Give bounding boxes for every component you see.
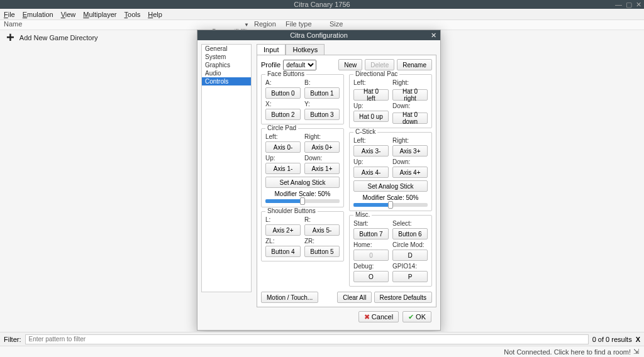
filter-input[interactable] xyxy=(25,334,589,344)
map-l[interactable]: Axis 2+ xyxy=(265,224,301,236)
map-circle-up[interactable]: Axis 1- xyxy=(265,163,301,174)
col-filetype[interactable]: File type xyxy=(280,20,325,30)
network-icon: ⇲ xyxy=(633,348,639,356)
cstick-scale-label: Modifier Scale: 50% xyxy=(353,194,428,201)
profile-label: Profile xyxy=(261,61,280,69)
map-dpad-left[interactable]: Hat 0 left xyxy=(353,89,389,101)
window-controls[interactable]: — ▢ ✕ xyxy=(615,1,641,9)
menu-file[interactable]: File xyxy=(4,11,15,18)
close-icon[interactable]: ✕ xyxy=(636,1,641,9)
menu-tools[interactable]: Tools xyxy=(125,11,141,18)
menu-emulation[interactable]: Emulation xyxy=(23,11,53,18)
add-dir-label: Add New Game Directory xyxy=(19,34,98,41)
ok-icon: ✔ xyxy=(408,313,414,321)
circle-scale-slider[interactable] xyxy=(265,199,340,203)
cat-system[interactable]: System xyxy=(202,53,251,61)
map-circle-mod[interactable]: D xyxy=(392,250,428,261)
group-shoulder: Shoulder Buttons L:Axis 2+ R:Axis 5- ZL:… xyxy=(261,211,344,261)
ok-button[interactable]: ✔OK xyxy=(402,311,431,322)
filter-results: 0 of 0 results xyxy=(592,336,632,343)
cat-controls[interactable]: Controls xyxy=(202,77,251,85)
maximize-icon[interactable]: ▢ xyxy=(626,1,632,9)
map-zl[interactable]: Button 4 xyxy=(265,246,301,257)
col-compat[interactable]: ▼ Compatibility xyxy=(211,20,249,30)
tab-input[interactable]: Input xyxy=(257,44,286,55)
map-dpad-right[interactable]: Hat 0 right xyxy=(392,89,428,101)
group-misc: Misc. Start:Button 7 Select:Button 6 Hom… xyxy=(349,215,432,287)
cancel-button[interactable]: ✖Cancel xyxy=(358,311,399,322)
map-zr[interactable]: Button 5 xyxy=(304,246,340,257)
minimize-icon[interactable]: — xyxy=(615,1,622,9)
map-a[interactable]: Button 0 xyxy=(265,87,301,99)
dialog-close-icon[interactable]: ✕ xyxy=(431,31,436,40)
group-cstick: C-Stick Left:Axis 3- Right:Axis 3+ Up:Ax… xyxy=(349,132,432,211)
delete-button: Delete xyxy=(365,59,394,70)
map-y[interactable]: Button 3 xyxy=(304,109,340,120)
column-header: Name ▼ Compatibility Region File type Si… xyxy=(0,20,644,30)
profile-select[interactable]: default xyxy=(283,60,316,70)
map-select[interactable]: Button 6 xyxy=(392,228,428,239)
filter-bar: Filter: 0 of 0 results X xyxy=(0,332,644,346)
map-x[interactable]: Button 2 xyxy=(265,109,301,120)
map-cstick-left[interactable]: Axis 3- xyxy=(353,145,389,157)
map-cstick-down[interactable]: Axis 4+ xyxy=(392,167,428,178)
main-titlebar: Citra Canary 1756 — ▢ ✕ xyxy=(0,0,644,9)
status-bar[interactable]: Not Connected. Click here to find a room… xyxy=(0,346,644,357)
map-dpad-up[interactable]: Hat 0 up xyxy=(353,111,389,122)
restore-defaults-button[interactable]: Restore Defaults xyxy=(374,292,432,303)
config-dialog: Citra Configuration ✕ General System Gra… xyxy=(197,30,441,331)
group-circle-pad: Circle Pad Left:Axis 0- Right:Axis 0+ Up… xyxy=(261,128,344,207)
dialog-title: Citra Configuration xyxy=(290,31,348,39)
map-cstick-up[interactable]: Axis 4- xyxy=(353,167,389,178)
map-circle-right[interactable]: Axis 0+ xyxy=(304,141,340,153)
filter-close-icon[interactable]: X xyxy=(636,336,640,343)
circle-analog[interactable]: Set Analog Stick xyxy=(265,177,340,188)
cstick-analog[interactable]: Set Analog Stick xyxy=(353,180,428,192)
map-circle-left[interactable]: Axis 0- xyxy=(265,141,301,153)
cat-audio[interactable]: Audio xyxy=(202,69,251,77)
plus-icon: + xyxy=(6,34,14,41)
col-name[interactable]: Name xyxy=(4,20,211,30)
menu-multiplayer[interactable]: Multiplayer xyxy=(83,11,116,18)
tab-hotkeys[interactable]: Hotkeys xyxy=(286,44,325,55)
map-home[interactable]: 0 xyxy=(353,250,389,261)
map-start[interactable]: Button 7 xyxy=(353,228,389,239)
map-cstick-right[interactable]: Axis 3+ xyxy=(392,145,428,157)
map-circle-down[interactable]: Axis 1+ xyxy=(304,163,340,174)
col-size[interactable]: Size xyxy=(325,20,362,30)
cstick-scale-slider[interactable] xyxy=(353,203,428,207)
status-text[interactable]: Not Connected. Click here to find a room… xyxy=(504,348,631,356)
circle-scale-label: Modifier Scale: 50% xyxy=(265,190,340,197)
map-b[interactable]: Button 1 xyxy=(304,87,340,99)
menu-view[interactable]: View xyxy=(61,11,76,18)
map-gpio14[interactable]: P xyxy=(392,271,428,282)
menubar: File Emulation View Multiplayer Tools He… xyxy=(0,9,644,20)
new-button[interactable]: New xyxy=(338,59,362,70)
group-face-buttons: Face Buttons A:Button 0 B:Button 1 X:But… xyxy=(261,74,344,124)
cat-graphics[interactable]: Graphics xyxy=(202,61,251,69)
group-dpad: Directional Pac Left:Hat 0 left Right:Ha… xyxy=(349,74,432,128)
window-title: Citra Canary 1756 xyxy=(294,1,350,8)
map-dpad-down[interactable]: Hat 0 down xyxy=(392,113,428,124)
menu-help[interactable]: Help xyxy=(148,11,162,18)
col-region[interactable]: Region xyxy=(249,20,280,30)
dialog-titlebar[interactable]: Citra Configuration ✕ xyxy=(197,30,440,40)
map-debug[interactable]: O xyxy=(353,271,389,282)
clear-all-button[interactable]: Clear All xyxy=(337,292,372,303)
rename-button[interactable]: Rename xyxy=(397,59,432,70)
motion-touch-button[interactable]: Motion / Touch... xyxy=(261,292,318,303)
cancel-icon: ✖ xyxy=(364,313,370,321)
filter-label: Filter: xyxy=(4,336,21,343)
category-list[interactable]: General System Graphics Audio Controls xyxy=(201,44,252,292)
map-r[interactable]: Axis 5- xyxy=(304,224,340,236)
cat-general[interactable]: General xyxy=(202,45,251,53)
